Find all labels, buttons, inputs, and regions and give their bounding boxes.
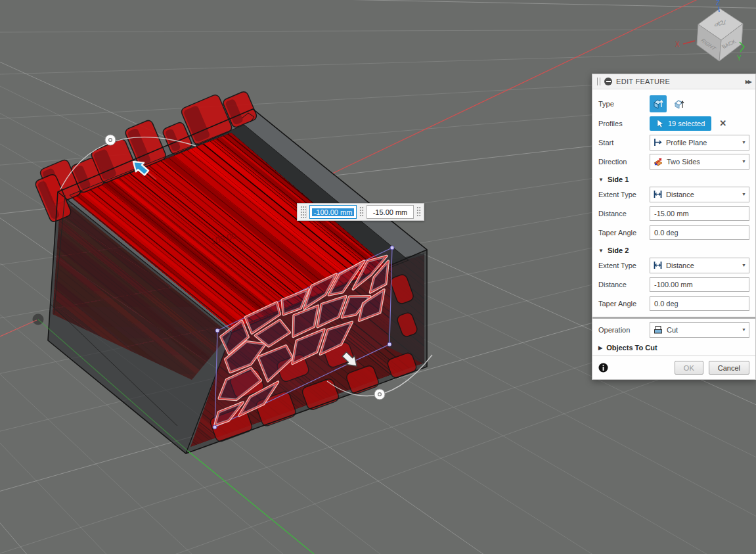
side1-extent-row: Extent Type Distance ▼: [598, 186, 749, 202]
info-icon[interactable]: [598, 363, 608, 373]
viewcube-z-axis: [719, 7, 719, 12]
side2-extent-dropdown[interactable]: Distance ▼: [650, 258, 749, 273]
extrude-solid-icon: [652, 98, 664, 110]
z-axis-label: Z: [716, 0, 720, 7]
side2-title: Side 2: [608, 246, 629, 254]
type-row: Type: [598, 95, 749, 112]
side1-distance-text: -15.00 mm: [654, 210, 689, 218]
side2-taper-field[interactable]: 0.0 deg: [650, 296, 749, 311]
section-divider: [592, 317, 755, 319]
cut-operation-icon: [653, 325, 663, 335]
drag-handle-icon[interactable]: [416, 206, 421, 218]
x-axis-label: X: [675, 41, 680, 48]
edit-feature-dialog[interactable]: EDIT FEATURE ▶▶ Type: [592, 74, 756, 380]
side1-distance-input[interactable]: -15.00 mm: [367, 205, 414, 219]
objects-to-cut-title: Objects To Cut: [606, 344, 657, 352]
extrude-thin-icon: [673, 98, 685, 110]
extrude-solid-button[interactable]: [650, 95, 667, 112]
profiles-count: 19 selected: [668, 120, 705, 127]
start-label: Start: [598, 139, 650, 147]
side2-extent-row: Extent Type Distance ▼: [598, 257, 749, 273]
chevron-down-icon: ▼: [742, 159, 746, 164]
side2-distance-row: Distance -100.00 mm: [598, 276, 749, 292]
chevron-down-icon: ▼: [742, 263, 746, 267]
start-row: Start Profile Plane ▼: [598, 134, 749, 150]
distance-label: Distance: [598, 281, 650, 289]
side2-taper-row: Taper Angle 0.0 deg: [598, 295, 749, 312]
side2-section-header[interactable]: ▼ Side 2: [598, 246, 749, 254]
side2-distance-text: -100.00 mm: [654, 281, 693, 289]
rotate-manipulator-handle[interactable]: [105, 135, 116, 145]
side2-extent-value: Distance: [666, 262, 694, 269]
rotate-manipulator-handle[interactable]: [374, 389, 385, 400]
drag-handle-icon[interactable]: [359, 206, 364, 218]
direction-row: Direction Two Sides ▼: [598, 153, 749, 170]
direction-label: Direction: [598, 158, 650, 166]
side1-section-header[interactable]: ▼ Side 1: [598, 175, 749, 183]
x-axis-line: [0, 320, 37, 336]
side2-distance-input[interactable]: -100.00 mm: [309, 205, 357, 219]
dialog-grip-icon[interactable]: [597, 78, 600, 85]
start-value: Profile Plane: [666, 139, 707, 147]
objects-to-cut-header[interactable]: ▶ Objects To Cut: [598, 344, 749, 352]
type-label: Type: [598, 100, 650, 108]
profiles-selected-button[interactable]: 19 selected: [650, 116, 711, 131]
side1-extent-value: Distance: [666, 191, 694, 198]
box-corner-post: [388, 253, 424, 364]
clear-selection-icon[interactable]: ✕: [719, 118, 726, 128]
ok-button[interactable]: OK: [675, 361, 703, 375]
side1-distance-field[interactable]: -15.00 mm: [650, 206, 749, 221]
two-sides-icon: [653, 156, 663, 167]
side1-taper-row: Taper Angle 0.0 deg: [598, 224, 749, 241]
dimension-input-bar[interactable]: -100.00 mm -15.00 mm: [297, 203, 424, 221]
dialog-title: EDIT FEATURE: [616, 78, 670, 85]
cursor-icon: [656, 119, 664, 128]
chevron-expanded-icon: ▼: [598, 248, 604, 254]
fusion-viewport[interactable]: 100.00 TOP RIGHT BACK X Y: [0, 0, 756, 554]
chevron-collapsed-icon: ▶: [598, 345, 602, 351]
side2-taper-text: 0.0 deg: [654, 300, 678, 308]
chevron-down-icon: ▼: [742, 327, 746, 332]
side1-title: Side 1: [608, 175, 629, 183]
extrude-thin-button[interactable]: [671, 95, 688, 112]
side1-distance-row: Distance -15.00 mm: [598, 205, 749, 221]
taper-angle-label: Taper Angle: [598, 229, 650, 237]
dialog-header[interactable]: EDIT FEATURE ▶▶: [592, 74, 755, 89]
distance-label: Distance: [598, 210, 650, 218]
operation-label: Operation: [598, 326, 650, 334]
side2-distance-value: -100.00 mm: [312, 208, 355, 216]
side1-taper-field[interactable]: 0.0 deg: [650, 225, 749, 240]
viewcube-x-axis: [683, 41, 695, 44]
profile-plane-icon: [653, 137, 663, 147]
operation-row: Operation Cut ▼: [598, 321, 749, 338]
distance-icon: [653, 189, 663, 199]
direction-dropdown[interactable]: Two Sides ▼: [650, 154, 749, 170]
taper-angle-label: Taper Angle: [598, 300, 650, 308]
feature-edit-icon: [604, 78, 612, 85]
dialog-footer: OK Cancel: [592, 356, 755, 379]
operation-value: Cut: [667, 326, 678, 334]
collapse-panel-icon[interactable]: ▶▶: [745, 79, 751, 85]
distance-icon: [653, 260, 663, 270]
y-axis-label: Y: [737, 55, 742, 62]
side1-taper-text: 0.0 deg: [654, 229, 678, 237]
start-dropdown[interactable]: Profile Plane ▼: [650, 135, 749, 150]
chevron-down-icon: ▼: [742, 140, 746, 145]
extent-type-label: Extent Type: [598, 262, 650, 269]
extent-type-label: Extent Type: [598, 191, 650, 198]
direction-value: Two Sides: [667, 158, 700, 166]
y-axis-line: [189, 451, 314, 554]
side1-distance-value: -15.00 mm: [373, 208, 408, 216]
chevron-down-icon: ▼: [742, 192, 746, 196]
operation-dropdown[interactable]: Cut ▼: [650, 322, 749, 338]
profiles-label: Profiles: [598, 120, 650, 127]
drag-handle-icon[interactable]: [300, 206, 307, 218]
side1-extent-dropdown[interactable]: Distance ▼: [650, 187, 749, 202]
profiles-row: Profiles 19 selected ✕: [598, 115, 749, 131]
chevron-expanded-icon: ▼: [598, 177, 604, 183]
cancel-button[interactable]: Cancel: [709, 361, 749, 375]
side2-distance-field[interactable]: -100.00 mm: [650, 277, 749, 292]
